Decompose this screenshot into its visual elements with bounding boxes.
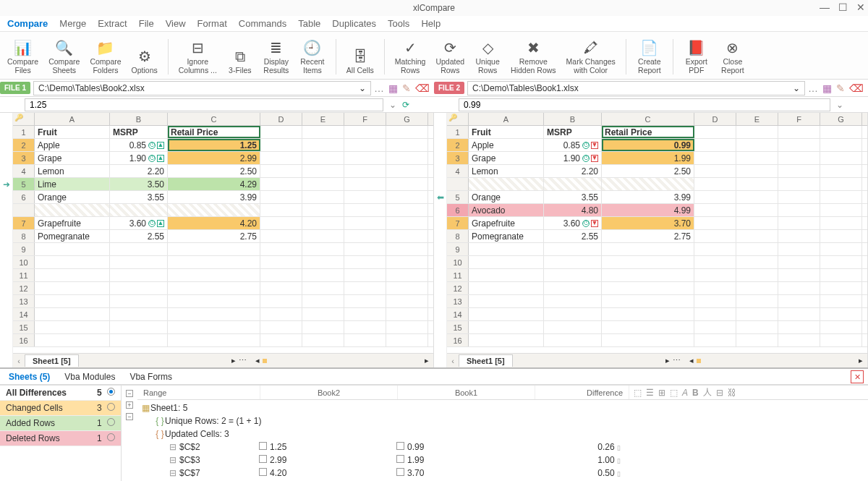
arrow-left-icon[interactable]: ⬅ [434, 191, 446, 204]
col-header-E[interactable]: E [736, 113, 778, 125]
hdr-msrp[interactable]: MSRP [110, 126, 168, 138]
dropdown-icon[interactable]: ⌄ [359, 83, 366, 93]
data-row[interactable]: 6 Orange 3.55 3.99 [13, 191, 433, 204]
sheet-tab[interactable]: Sheet1 [5] [25, 354, 79, 367]
data-row[interactable]: 8 Pomegranate 2.55 2.75 [13, 230, 433, 243]
col-header-E[interactable]: E [302, 113, 344, 125]
edit-icon[interactable]: ✎ [836, 82, 845, 94]
col-header-D[interactable]: D [694, 113, 736, 125]
data-row[interactable]: 2 Apple 0.85⏱▼ 0.99 [447, 139, 867, 152]
file1-path[interactable]: C:\Demo\Tables\Book2.xlsx ⌄ [33, 81, 371, 95]
close-icon[interactable]: ✕ [856, 1, 865, 13]
file2-path[interactable]: C:\Demo\Tables\Book1.xlsx ⌄ [467, 81, 805, 95]
dropdown-icon[interactable]: ⌄ [793, 83, 800, 93]
data-row[interactable]: 12 [13, 282, 433, 295]
data-row[interactable]: 13 [13, 295, 433, 308]
diff-filter[interactable]: Deleted Rows1 [0, 431, 121, 446]
hdr-fruit[interactable]: Fruit [469, 126, 544, 138]
ribbon-matching[interactable]: ✓MatchingRows [391, 36, 430, 77]
collapse-icon[interactable]: − [126, 390, 133, 397]
delete-icon[interactable]: ⌫ [849, 82, 864, 94]
ribbon-display[interactable]: ≣DisplayResults [259, 36, 294, 77]
ribbon-options[interactable]: ⚙Options [127, 36, 162, 77]
expand-icon[interactable]: + [126, 401, 133, 409]
menu-file[interactable]: File [139, 18, 154, 29]
data-row[interactable]: 13 [447, 295, 867, 308]
menu-commands[interactable]: Commands [239, 18, 286, 29]
data-row[interactable]: 5 Lime 3.50 4.29 [13, 178, 433, 191]
save-icon[interactable]: ▦ [388, 82, 398, 94]
hdr-msrp[interactable]: MSRP [544, 126, 602, 138]
panel-tab[interactable]: Sheets (5) [9, 372, 50, 382]
ribbon-remove[interactable]: ✖RemoveHidden Rows [506, 36, 560, 77]
arrow-right-icon[interactable]: ➜ [0, 178, 12, 191]
ribbon-compare[interactable]: 🔍CompareSheets [44, 36, 84, 77]
data-row[interactable]: 12 [447, 282, 867, 295]
data-row[interactable]: 2 Apple 0.85⏱▲ 1.25 [13, 139, 433, 152]
ribbon-close[interactable]: ⊗CloseReport [715, 36, 750, 77]
hdr-retail[interactable]: Retail Price [602, 126, 694, 138]
col-header-D[interactable]: D [260, 113, 302, 125]
ribbon-3-files[interactable]: ⧉3-Files [223, 36, 258, 77]
data-row[interactable]: 16 [447, 334, 867, 347]
data-row[interactable]: 14 [13, 308, 433, 321]
menu-extract[interactable]: Extract [98, 18, 127, 29]
data-row[interactable]: 15 [13, 321, 433, 334]
data-row[interactable]: 10 [13, 256, 433, 269]
col-header-F[interactable]: F [778, 113, 820, 125]
col-header-F[interactable]: F [344, 113, 386, 125]
menu-merge[interactable]: Merge [59, 18, 86, 29]
maximize-icon[interactable]: ☐ [838, 1, 848, 13]
diff-row[interactable]: ⊟ $C$7 4.20 3.70 0.50 ▯ [140, 467, 865, 480]
data-row[interactable]: 6 Avocado 4.80 4.99 [447, 204, 867, 217]
data-row[interactable]: 10 [447, 256, 867, 269]
data-row[interactable]: 11 [447, 269, 867, 282]
ribbon-compare[interactable]: 📁CompareFolders [85, 36, 125, 77]
menu-format[interactable]: Format [197, 18, 227, 29]
diff-row[interactable]: ⊟ $C$3 2.99 1.99 1.00 ▯ [140, 454, 865, 467]
data-row[interactable]: 7 Grapefruite 3.60⏱▲ 4.20 [13, 217, 433, 230]
diff-filter[interactable]: All Differences5 [0, 386, 121, 401]
data-row[interactable]: 9 [447, 243, 867, 256]
col-header-G[interactable]: G [386, 113, 428, 125]
dropdown-icon[interactable]: ⌄ [836, 100, 843, 110]
data-row[interactable]: 15 [447, 321, 867, 334]
hdr-retail[interactable]: Retail Price [168, 126, 260, 138]
menu-help[interactable]: Help [421, 18, 441, 29]
close-panel-button[interactable]: ✕ [851, 370, 864, 383]
minimize-icon[interactable]: — [820, 1, 830, 13]
data-row[interactable]: 14 [447, 308, 867, 321]
delete-icon[interactable]: ⌫ [415, 82, 430, 94]
tab-prev[interactable]: ‹ [447, 357, 459, 365]
formula-bar-left[interactable] [25, 98, 383, 111]
ribbon-recent[interactable]: 🕘RecentItems [295, 36, 330, 77]
more-icon[interactable]: … [374, 82, 384, 94]
data-row[interactable]: 3 Grape 1.90⏱▲ 2.99 [13, 152, 433, 165]
col-header-C[interactable]: C [168, 113, 260, 125]
col-header-B[interactable]: B [110, 113, 168, 125]
ribbon-compare[interactable]: 📊CompareFiles [3, 36, 43, 77]
col-header-C[interactable]: C [602, 113, 694, 125]
diff-filter[interactable]: Changed Cells3 [0, 401, 121, 416]
ribbon-mark-changes[interactable]: 🖍Mark Changeswith Color [562, 36, 620, 77]
more-icon[interactable]: … [808, 82, 818, 94]
data-row[interactable]: 11 [13, 269, 433, 282]
diff-row[interactable]: ⊟ $C$2 1.25 0.99 0.26 ▯ [140, 440, 865, 454]
data-row[interactable]: 16 [13, 334, 433, 347]
ribbon-unique[interactable]: ◇UniqueRows [470, 36, 505, 77]
sheet-tab[interactable]: Sheet1 [5] [459, 354, 513, 367]
data-row[interactable]: 9 [13, 243, 433, 256]
ribbon-all-cells[interactable]: 🗄All Cells [342, 36, 378, 77]
data-row[interactable]: 4 Lemon 2.20 2.50 [13, 165, 433, 178]
menu-view[interactable]: View [166, 18, 186, 29]
data-row[interactable]: 8 Pomegranate 2.55 2.75 [447, 230, 867, 243]
data-row[interactable]: 3 Grape 1.90⏱▼ 1.99 [447, 152, 867, 165]
ribbon-export[interactable]: 📕ExportPDF [679, 36, 714, 77]
ribbon-create[interactable]: 📄CreateReport [632, 36, 667, 77]
data-row[interactable]: 5 Orange 3.55 3.99 [447, 191, 867, 204]
hdr-fruit[interactable]: Fruit [35, 126, 110, 138]
col-header-G[interactable]: G [820, 113, 862, 125]
tab-prev[interactable]: ‹ [13, 357, 25, 365]
menu-compare[interactable]: Compare [7, 18, 48, 29]
data-row[interactable]: 7 Grapefruite 3.60⏱▼ 3.70 [447, 217, 867, 230]
